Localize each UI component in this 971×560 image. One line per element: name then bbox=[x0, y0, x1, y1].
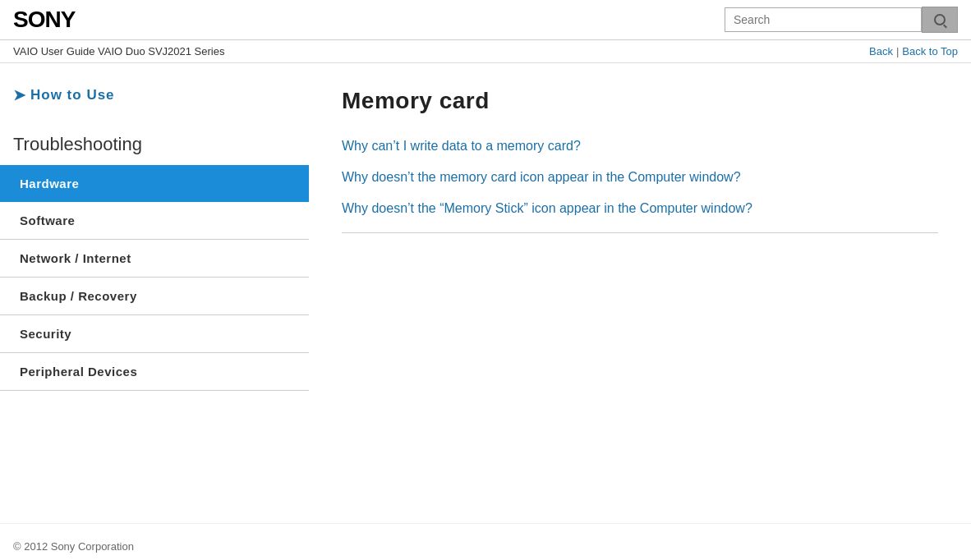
sidebar-item-network[interactable]: Network / Internet bbox=[0, 240, 309, 278]
content-link-2[interactable]: Why doesn’t the memory card icon appear … bbox=[342, 170, 938, 185]
search-input[interactable] bbox=[725, 7, 922, 32]
how-to-use-section[interactable]: ➤ How to Use bbox=[0, 80, 309, 111]
breadcrumb-separator: | bbox=[896, 45, 899, 57]
search-area bbox=[725, 7, 958, 33]
sidebar-item-peripheral[interactable]: Peripheral Devices bbox=[0, 353, 309, 391]
how-to-use-arrow-icon: ➤ bbox=[13, 86, 25, 104]
search-button[interactable] bbox=[922, 7, 958, 33]
content-area: Memory card Why can’t I write data to a … bbox=[309, 63, 971, 523]
guide-title: VAIO User Guide VAIO Duo SVJ2021 Series bbox=[13, 45, 224, 57]
main-content: ➤ How to Use Troubleshooting Hardware So… bbox=[0, 63, 971, 523]
page-title: Memory card bbox=[342, 88, 938, 114]
sidebar-item-software[interactable]: Software bbox=[0, 202, 309, 240]
search-icon bbox=[934, 14, 946, 25]
troubleshooting-label: Troubleshooting bbox=[0, 127, 309, 165]
header: SONY bbox=[0, 0, 971, 40]
copyright-text: © 2012 Sony Corporation bbox=[13, 540, 134, 553]
footer: © 2012 Sony Corporation bbox=[0, 523, 971, 560]
sidebar: ➤ How to Use Troubleshooting Hardware So… bbox=[0, 63, 309, 523]
back-link[interactable]: Back bbox=[869, 45, 893, 57]
sidebar-item-security[interactable]: Security bbox=[0, 315, 309, 353]
back-to-top-link[interactable]: Back to Top bbox=[902, 45, 958, 57]
breadcrumb-links: Back | Back to Top bbox=[869, 45, 958, 57]
sony-logo: SONY bbox=[13, 7, 75, 33]
how-to-use-label: How to Use bbox=[30, 87, 115, 103]
breadcrumb-bar: VAIO User Guide VAIO Duo SVJ2021 Series … bbox=[0, 40, 971, 63]
content-divider bbox=[342, 232, 938, 233]
sidebar-item-backup[interactable]: Backup / Recovery bbox=[0, 278, 309, 315]
content-link-1[interactable]: Why can’t I write data to a memory card? bbox=[342, 139, 938, 154]
sidebar-item-hardware[interactable]: Hardware bbox=[0, 165, 309, 202]
content-link-3[interactable]: Why doesn’t the “Memory Stick” icon appe… bbox=[342, 201, 938, 216]
